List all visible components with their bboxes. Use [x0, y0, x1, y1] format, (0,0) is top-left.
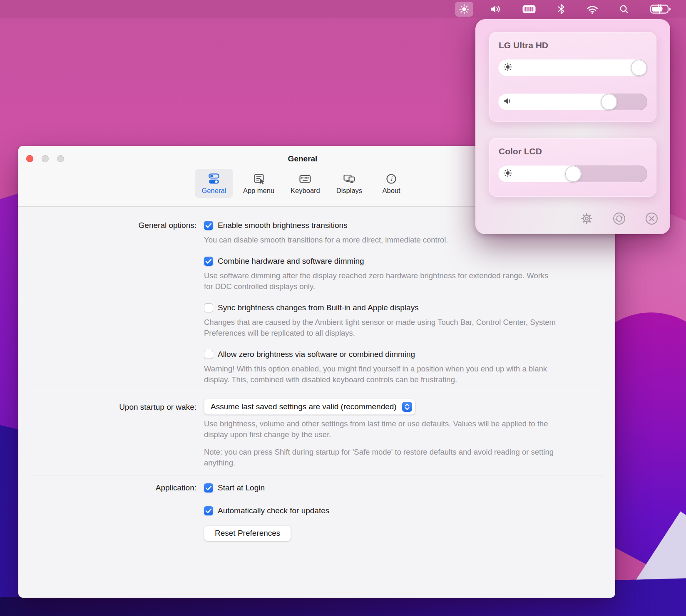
display-name: LG Ultra HD: [499, 40, 548, 50]
option-caption: Changes that are caused by the Ambient l…: [204, 317, 556, 339]
brightness-sun-icon: [503, 62, 512, 73]
info-icon: i: [385, 173, 398, 185]
popover-actions: [580, 212, 659, 225]
checkbox[interactable]: [204, 350, 213, 359]
checkbox-allow-zero-brightness[interactable]: Allow zero brightness via software or co…: [204, 349, 615, 360]
checkbox-start-at-login[interactable]: Start at Login: [204, 482, 615, 493]
option-caption: Use software dimming after the display r…: [204, 270, 556, 292]
startup-dropdown-value: Assume last saved settings are valid (re…: [211, 402, 397, 411]
displays-icon: [343, 173, 355, 185]
checkbox[interactable]: [204, 303, 213, 312]
tab-displays[interactable]: Displays: [330, 169, 368, 198]
display-name: Color LCD: [499, 146, 542, 156]
keyboard-icon: [299, 173, 311, 185]
checkbox[interactable]: [204, 257, 213, 266]
checkbox[interactable]: [204, 221, 213, 230]
checkbox-auto-updates[interactable]: Automatically check for updates: [204, 505, 615, 516]
checkbox[interactable]: [204, 506, 213, 515]
slider-knob[interactable]: [601, 94, 617, 110]
option-caption: You can disable smooth transitions for a…: [204, 235, 556, 245]
dropdown-stepper-icon: [402, 402, 412, 412]
tab-app-menu[interactable]: App menu: [237, 169, 281, 198]
window-title: General: [288, 154, 318, 163]
menubar-keyboard-brightness-icon[interactable]: [518, 2, 540, 17]
tab-displays-label: Displays: [336, 187, 362, 195]
tab-about-label: About: [383, 187, 400, 195]
display-card-color-lcd: Color LCD: [489, 138, 656, 197]
app-menu-icon: [253, 173, 265, 185]
slider-fill: [498, 94, 617, 110]
checkbox-sync-brightness[interactable]: Sync brightness changes from Built-in an…: [204, 302, 615, 313]
close-icon[interactable]: [645, 212, 659, 225]
option-caption: Warning! With this option enabled, you m…: [204, 364, 556, 385]
reset-preferences-button[interactable]: Reset Preferences: [204, 525, 291, 541]
menu-bar: [0, 0, 686, 18]
svg-text:i: i: [390, 176, 393, 182]
tab-about[interactable]: i About: [372, 169, 410, 198]
startup-dropdown[interactable]: Assume last saved settings are valid (re…: [204, 399, 415, 415]
refresh-icon[interactable]: [612, 212, 626, 225]
settings-gear-icon[interactable]: [580, 212, 594, 225]
checkbox-label: Combine hardware and software dimming: [218, 257, 364, 266]
display-controls-popover: LG Ultra HD: [475, 19, 670, 234]
checkbox-combine-dimming[interactable]: Combine hardware and software dimming: [204, 255, 615, 267]
volume-slider[interactable]: [498, 94, 647, 110]
checkbox-label: Start at Login: [218, 483, 265, 492]
toolbar-tabs: General: [195, 169, 410, 198]
volume-speaker-icon: [503, 96, 512, 107]
settings-content: General options: Enable smooth brightnes…: [18, 207, 615, 541]
brightness-sun-icon: [503, 168, 512, 179]
menubar-volume-icon[interactable]: [486, 2, 505, 17]
menubar-wifi-icon[interactable]: [582, 2, 602, 17]
slider-knob[interactable]: [631, 60, 647, 76]
menubar-bluetooth-icon[interactable]: [553, 2, 569, 17]
startup-label: Upon startup or wake:: [18, 399, 196, 412]
menubar-brightness-icon[interactable]: [455, 2, 473, 17]
tab-general-label: General: [202, 187, 226, 195]
general-options-label: General options:: [18, 220, 196, 230]
slider-knob[interactable]: [565, 166, 581, 182]
brightness-slider[interactable]: [498, 166, 647, 182]
startup-caption: Use brightness, volume and other setting…: [204, 418, 556, 440]
tab-keyboard-label: Keyboard: [291, 187, 320, 195]
checkbox-label: Automatically check for updates: [218, 506, 329, 515]
display-card-lg-ultra-hd: LG Ultra HD: [489, 32, 656, 122]
toggles-icon: [208, 173, 220, 185]
desktop-wallpaper: General General: [0, 0, 686, 616]
brightness-slider[interactable]: [498, 59, 647, 76]
checkbox[interactable]: [204, 483, 213, 492]
section-divider: [31, 392, 603, 392]
section-divider: [31, 475, 603, 475]
checkbox-label: Enable smooth brightness transitions: [218, 221, 348, 230]
checkbox-label: Sync brightness changes from Built-in an…: [218, 303, 419, 312]
tab-keyboard[interactable]: Keyboard: [284, 169, 326, 198]
tab-general[interactable]: General: [195, 169, 233, 198]
application-label: Application:: [18, 482, 196, 492]
checkbox-label: Allow zero brightness via software or co…: [218, 350, 415, 359]
tab-app-menu-label: App menu: [243, 187, 274, 195]
menubar-search-icon[interactable]: [615, 2, 633, 17]
slider-fill: [498, 59, 647, 76]
menubar-battery-charging-icon[interactable]: [646, 2, 675, 17]
startup-note: Note: you can press Shift during startup…: [204, 447, 556, 468]
